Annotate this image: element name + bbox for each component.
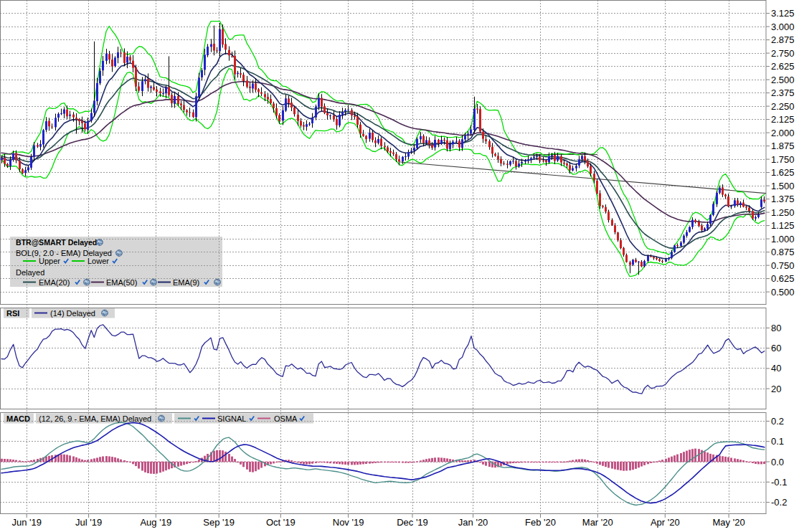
svg-text:0.2: 0.2	[771, 416, 784, 427]
svg-text:Jun '19: Jun '19	[11, 517, 42, 528]
svg-text:EMA(50): EMA(50)	[106, 278, 137, 287]
svg-text:Delayed: Delayed	[16, 268, 44, 277]
svg-text:0.500: 0.500	[771, 287, 795, 298]
svg-text:Aug '19: Aug '19	[140, 517, 171, 528]
svg-text:2.500: 2.500	[771, 75, 795, 85]
svg-text:2.000: 2.000	[771, 128, 795, 138]
svg-text:1.625: 1.625	[771, 167, 795, 178]
svg-text:EMA(20): EMA(20)	[39, 278, 70, 287]
svg-text:1.375: 1.375	[771, 194, 795, 204]
svg-text:-0.1: -0.1	[771, 477, 787, 488]
svg-text:Apr '20: Apr '20	[651, 517, 680, 528]
svg-text:BOL(9, 2.0 - EMA) Delayed: BOL(9, 2.0 - EMA) Delayed	[16, 249, 112, 257]
svg-text:0.0: 0.0	[771, 457, 784, 467]
svg-text:3.125: 3.125	[771, 8, 795, 19]
svg-text:May '20: May '20	[713, 517, 745, 528]
svg-text:2.125: 2.125	[771, 114, 795, 125]
svg-text:60: 60	[771, 343, 781, 353]
svg-text:Upper: Upper	[39, 257, 60, 265]
svg-text:Lower: Lower	[88, 257, 109, 265]
svg-text:Sep '19: Sep '19	[203, 517, 235, 528]
svg-text:1.875: 1.875	[771, 141, 795, 151]
svg-text:Nov '19: Nov '19	[333, 517, 364, 528]
svg-text:EMA(9): EMA(9)	[173, 278, 199, 287]
svg-text:1.500: 1.500	[771, 181, 795, 191]
svg-text:1.250: 1.250	[771, 207, 795, 218]
svg-text:Dec '19: Dec '19	[397, 517, 428, 528]
svg-text:Oct '19: Oct '19	[266, 517, 296, 528]
svg-text:2.250: 2.250	[771, 101, 795, 112]
svg-text:0.1: 0.1	[771, 436, 784, 447]
svg-text:SIGNAL: SIGNAL	[217, 414, 246, 423]
svg-text:Jan '20: Jan '20	[458, 517, 488, 528]
svg-text:0.875: 0.875	[771, 247, 795, 257]
svg-text:0.625: 0.625	[771, 273, 795, 284]
svg-text:(12, 26, 9 - EMA, EMA) Delayed: (12, 26, 9 - EMA, EMA) Delayed	[39, 414, 151, 423]
svg-text:2.625: 2.625	[771, 61, 795, 72]
svg-text:1.125: 1.125	[771, 220, 795, 231]
svg-text:2.750: 2.750	[771, 48, 795, 59]
svg-text:1.000: 1.000	[771, 234, 795, 244]
svg-text:MACD: MACD	[6, 414, 30, 423]
svg-text:2.375: 2.375	[771, 87, 795, 98]
svg-text:OSMA: OSMA	[274, 414, 298, 423]
svg-text:0.750: 0.750	[771, 260, 795, 271]
svg-text:1.750: 1.750	[771, 154, 795, 165]
svg-text:Feb '20: Feb '20	[525, 517, 556, 528]
svg-text:2.875: 2.875	[771, 34, 795, 45]
svg-text:20: 20	[771, 384, 781, 394]
svg-text:-0.2: -0.2	[771, 497, 787, 508]
svg-text:Jul '19: Jul '19	[75, 517, 102, 528]
svg-text:RSI: RSI	[6, 309, 19, 318]
svg-text:80: 80	[771, 323, 781, 333]
svg-text:40: 40	[771, 363, 781, 374]
svg-text:3.000: 3.000	[771, 22, 795, 32]
svg-text:Mar '20: Mar '20	[582, 517, 613, 528]
svg-text:BTR@SMART Delayed: BTR@SMART Delayed	[16, 238, 97, 247]
svg-text:(14) Delayed: (14) Delayed	[50, 309, 95, 318]
